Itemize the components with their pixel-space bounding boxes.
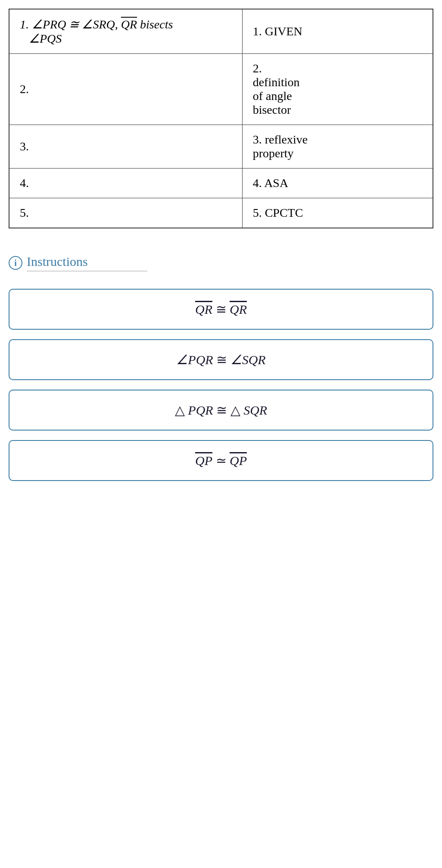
btn4-pre: QP (195, 453, 212, 468)
reason-cell-3: 3. reflexiveproperty (242, 125, 433, 169)
btn3-post: △ SQR (230, 403, 268, 417)
reason-3-text: 3. reflexiveproperty (253, 133, 308, 160)
btn1-pre: QR (195, 302, 212, 316)
reason-1-text: 1. GIVEN (253, 25, 302, 38)
statement-5-text: 5. (20, 206, 29, 219)
btn2-pre: ∠PQR (176, 353, 213, 367)
instructions-header: i Instructions (9, 254, 433, 272)
reason-cell-5: 5. CPCTC (242, 198, 433, 228)
btn2-post: ∠SQR (230, 353, 266, 367)
statement-cell-3: 3. (9, 125, 242, 169)
answer-option-3[interactable]: △ PQR ≅ △ SQR (9, 390, 433, 431)
table-row: 3. 3. reflexiveproperty (9, 125, 433, 169)
statement-cell-5: 5. (9, 198, 242, 228)
statement-4-text: 4. (20, 176, 29, 190)
table-row: 2. 2.definitionof anglebisector (9, 54, 433, 125)
btn4-post: QP (230, 453, 247, 468)
statement-3-text: 3. (20, 140, 29, 153)
statement-cell-2: 2. (9, 54, 242, 125)
table-row: 5. 5. CPCTC (9, 198, 433, 228)
reason-cell-4: 4. ASA (242, 169, 433, 198)
btn3-sym: ≅ (216, 403, 230, 417)
reason-cell-1: 1. GIVEN (242, 9, 433, 54)
instructions-label: Instructions (27, 254, 88, 269)
btn4-sym: ≃ (216, 453, 230, 468)
statement-1-text: 1. ∠PRQ ≅ ∠SRQ, QR bisects ∠PQS (20, 18, 173, 45)
btn1-sym: ≅ (216, 302, 230, 316)
statement-cell-1: 1. ∠PRQ ≅ ∠SRQ, QR bisects ∠PQS (9, 9, 242, 54)
statement-cell-4: 4. (9, 169, 242, 198)
instructions-section: i Instructions (9, 254, 433, 272)
table-row: 4. 4. ASA (9, 169, 433, 198)
answer-option-1[interactable]: QR ≅ QR (9, 289, 433, 330)
btn2-sym: ≅ (216, 353, 230, 367)
reason-5-text: 5. CPCTC (253, 206, 303, 219)
btn3-pre: △ PQR (175, 403, 213, 417)
answer-option-4[interactable]: QP ≃ QP (9, 440, 433, 481)
answer-option-2[interactable]: ∠PQR ≅ ∠SQR (9, 339, 433, 380)
btn1-post: QR (230, 302, 247, 316)
reason-cell-2: 2.definitionof anglebisector (242, 54, 433, 125)
statement-2-text: 2. (20, 82, 29, 96)
reason-4-text: 4. ASA (253, 176, 288, 190)
instructions-underline (27, 271, 147, 272)
reason-2-text: 2.definitionof anglebisector (253, 62, 300, 116)
proof-table: 1. ∠PRQ ≅ ∠SRQ, QR bisects ∠PQS 1. GIVEN… (9, 9, 433, 228)
info-icon: i (9, 256, 22, 270)
table-row: 1. ∠PRQ ≅ ∠SRQ, QR bisects ∠PQS 1. GIVEN (9, 9, 433, 54)
